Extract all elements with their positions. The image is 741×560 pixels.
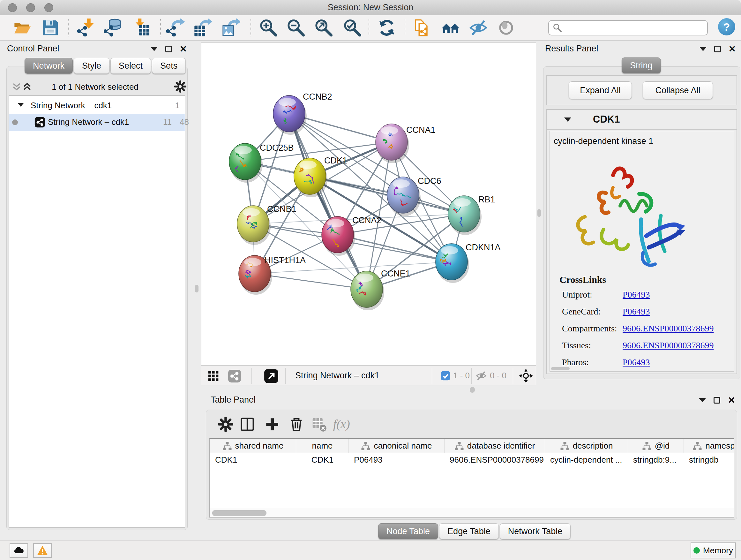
memory-button[interactable]: Memory <box>690 543 736 558</box>
toolbar-separator <box>160 19 161 37</box>
network-node-CCNA2[interactable]: CCNA2 <box>322 215 382 256</box>
network-row-selected[interactable]: String Network – cdk1 11 48 <box>9 114 185 131</box>
copy-view-icon[interactable] <box>413 18 431 37</box>
zoom-selected-icon[interactable] <box>343 18 361 37</box>
column-header-name[interactable]: name <box>296 439 349 453</box>
column-header-description[interactable]: description <box>545 439 628 453</box>
warning-icon <box>37 545 48 556</box>
column-header-canonical-name[interactable]: canonical name <box>349 439 445 453</box>
maximize-panel-icon[interactable] <box>165 46 172 52</box>
zoom-in-icon[interactable] <box>259 18 277 37</box>
tab-sets[interactable]: Sets <box>152 58 186 74</box>
memory-status-icon <box>693 547 700 554</box>
column-header-shared-name[interactable]: shared name <box>210 439 296 453</box>
warnings-button[interactable] <box>33 543 52 558</box>
add-column-icon[interactable] <box>264 416 280 432</box>
crosslink-row: Compartments:9606.ENSP00000378699 <box>550 323 734 340</box>
import-network-icon[interactable] <box>77 18 95 37</box>
tab-string[interactable]: String <box>622 57 661 73</box>
collapse-all-icon[interactable] <box>12 82 21 91</box>
network-node-label: CCNE1 <box>381 269 410 278</box>
column-header-database-identifier[interactable]: database identifier <box>445 439 545 453</box>
right-splitter-handle[interactable] <box>537 209 541 217</box>
zoom-out-icon[interactable] <box>286 18 305 37</box>
hidden-count: 0 - 0 <box>490 371 507 381</box>
export-table-icon[interactable] <box>193 18 212 37</box>
table-cell: 9606.ENSP00000378699 <box>445 455 545 465</box>
zoom-fit-icon[interactable] <box>314 18 333 37</box>
network-node-CCNB1[interactable]: CCNB1 <box>237 204 296 245</box>
network-node-RB1[interactable]: RB1 <box>448 195 495 235</box>
results-panel-title: Results Panel <box>545 44 598 54</box>
network-node-CCNB2[interactable]: CCNB2 <box>273 92 332 135</box>
horizontal-scrollbar[interactable] <box>210 509 734 517</box>
network-node-CDKN1A[interactable]: CDKN1A <box>435 243 501 283</box>
table-settings-gear-icon[interactable] <box>218 416 233 432</box>
fit-crosshair-icon[interactable] <box>519 368 533 383</box>
birdseye-launch-icon[interactable] <box>264 369 279 383</box>
network-node-CCNA1[interactable]: CCNA1 <box>376 124 435 163</box>
tab-select[interactable]: Select <box>111 58 151 74</box>
hide-selected-icon[interactable] <box>469 18 488 37</box>
tab-edge-table[interactable]: Edge Table <box>439 523 499 539</box>
tab-style[interactable]: Style <box>74 58 110 74</box>
column-header-@id[interactable]: @id <box>628 439 684 453</box>
refresh-icon[interactable] <box>378 18 396 37</box>
expand-all-button[interactable]: Expand All <box>569 81 632 99</box>
share-network-icon[interactable] <box>228 369 241 383</box>
network-node-CDC25B[interactable]: CDC25B <box>229 143 294 183</box>
table-row[interactable]: CDK1CDK1P064939606.ENSP00000378699cyclin… <box>210 453 734 466</box>
left-splitter-handle[interactable] <box>195 285 199 293</box>
crosslink-link[interactable]: P06493 <box>623 307 650 317</box>
export-image-icon[interactable] <box>222 18 240 37</box>
gene-section-header[interactable]: CDK1 <box>547 110 737 130</box>
float-panel-icon[interactable] <box>151 47 158 51</box>
network-node-HIST1H1A[interactable]: HIST1H1A <box>239 255 306 295</box>
import-network-database-icon[interactable] <box>104 18 122 37</box>
string-home-icon[interactable] <box>441 18 460 37</box>
expand-all-icon[interactable] <box>22 82 32 91</box>
network-collection-row[interactable]: String Network – cdk1 1 <box>9 98 185 114</box>
tab-network[interactable]: Network <box>24 58 73 74</box>
close-panel-icon[interactable]: ✕ <box>180 46 187 52</box>
tab-network-table[interactable]: Network Table <box>500 523 571 539</box>
network-options-gear-icon[interactable] <box>174 80 187 93</box>
save-session-icon[interactable] <box>41 18 60 37</box>
network-view-toolbar: String Network – cdk1 1 - 0 0 - 0 <box>201 366 536 385</box>
close-panel-icon[interactable]: ✕ <box>729 46 736 52</box>
float-panel-icon[interactable] <box>699 398 706 402</box>
toolbar-separator <box>285 368 286 384</box>
column-header-namespace[interactable]: namespace <box>684 439 734 453</box>
network-view-canvas[interactable]: CCNB2CCNA1CDC25BCDK1CDC6RB1CCNB1CCNA2CDK… <box>201 43 536 366</box>
import-table-icon[interactable] <box>132 18 151 37</box>
selected-checkbox-icon[interactable] <box>441 371 450 381</box>
close-panel-icon[interactable]: ✕ <box>728 397 735 403</box>
crosslink-link[interactable]: P06493 <box>623 357 650 368</box>
results-panel: Results Panel ✕ String Expand All Collap… <box>542 43 741 381</box>
search-input[interactable] <box>564 23 703 33</box>
tab-node-table[interactable]: Node Table <box>378 523 438 539</box>
delete-column-icon[interactable] <box>288 416 305 432</box>
column-header-label: description <box>573 441 613 451</box>
scrollbar-thumb[interactable] <box>212 510 266 516</box>
help-icon[interactable]: ? <box>718 18 735 36</box>
cloud-button[interactable] <box>10 543 28 558</box>
collapse-section-icon[interactable] <box>564 118 571 122</box>
collapse-all-button[interactable]: Collapse All <box>643 81 713 99</box>
maximize-panel-icon[interactable] <box>714 46 721 52</box>
maximize-panel-icon[interactable] <box>714 397 720 403</box>
crosslink-link[interactable]: 9606.ENSP00000378699 <box>623 340 714 351</box>
show-view-icon[interactable] <box>497 18 515 37</box>
crosslink-link[interactable]: 9606.ENSP00000378699 <box>623 323 714 334</box>
open-session-icon[interactable] <box>13 18 31 37</box>
collapse-collection-icon[interactable] <box>18 103 24 107</box>
thumbnail-grid-icon[interactable] <box>208 370 219 382</box>
network-node-CDK1[interactable]: CDK1 <box>294 156 347 197</box>
results-scrollbar-thumb[interactable] <box>551 367 569 370</box>
show-columns-icon[interactable] <box>239 416 255 432</box>
export-network-icon[interactable] <box>166 18 185 37</box>
float-panel-icon[interactable] <box>699 47 706 51</box>
network-node-CCNE1[interactable]: CCNE1 <box>351 269 410 310</box>
table-panel-title: Table Panel <box>211 395 256 405</box>
crosslink-link[interactable]: P06493 <box>623 290 650 300</box>
